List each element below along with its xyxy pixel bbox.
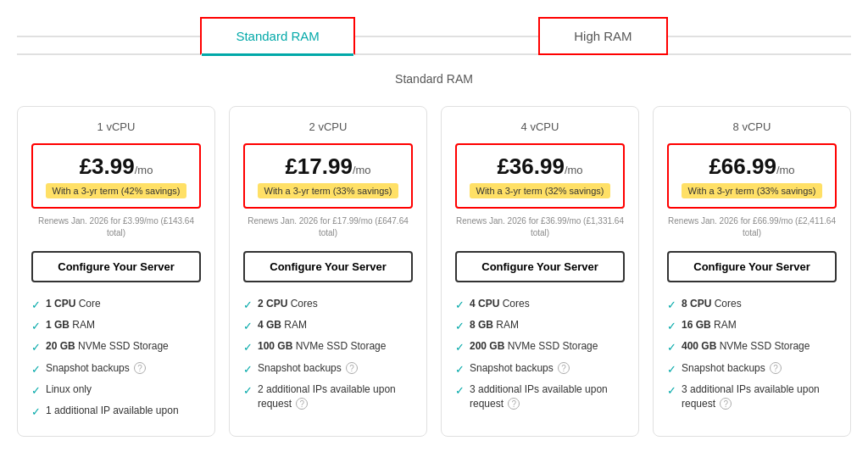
check-icon: ✓: [243, 362, 253, 377]
configure-btn-2[interactable]: Configure Your Server: [243, 251, 413, 282]
feature-list-4: ✓8 CPU Cores ✓16 GB RAM ✓400 GB NVMe SSD…: [667, 294, 837, 413]
help-icon[interactable]: ?: [558, 362, 570, 374]
feature-2-cpu: ✓2 CPU Cores: [243, 294, 413, 315]
feature-3-ip: ✓3 additional IPs available upon request…: [455, 380, 625, 414]
card-8vcpu: 8 vCPU £66.99/mo With a 3-yr term (33% s…: [653, 106, 851, 437]
check-icon: ✓: [31, 298, 41, 313]
check-icon: ✓: [667, 319, 676, 334]
price-main-3: £36.99/mo: [465, 153, 615, 180]
check-icon: ✓: [31, 383, 41, 399]
tab-row: Standard RAM High RAM: [17, 17, 851, 55]
savings-badge-3: With a 3-yr term (32% savings): [470, 183, 611, 198]
feature-2-ram: ✓4 GB RAM: [243, 315, 413, 337]
feature-1-snapshot: ✓Snapshot backups ?: [31, 359, 201, 380]
cpu-label-1: 1 vCPU: [31, 120, 201, 133]
feature-1-ip: ✓1 additional IP available upon: [31, 401, 201, 422]
price-main-2: £17.99/mo: [253, 153, 403, 180]
configure-btn-3[interactable]: Configure Your Server: [455, 251, 625, 282]
price-box-1: £3.99/mo With a 3-yr term (42% savings): [31, 143, 201, 209]
help-icon[interactable]: ?: [134, 362, 146, 374]
check-icon: ✓: [31, 319, 41, 334]
check-icon: ✓: [667, 383, 676, 399]
savings-badge-4: With a 3-yr term (33% savings): [682, 183, 823, 198]
renews-text-2: Renews Jan. 2026 for £17.99/mo (£647.64 …: [243, 215, 413, 239]
check-icon: ✓: [455, 319, 465, 334]
check-icon: ✓: [243, 383, 253, 399]
price-box-3: £36.99/mo With a 3-yr term (32% savings): [455, 143, 625, 209]
feature-2-ip: ✓2 additional IPs available upon request…: [243, 380, 413, 414]
feature-4-ram: ✓16 GB RAM: [667, 315, 837, 337]
tab-divider-middle: [355, 36, 538, 37]
feature-2-snapshot: ✓Snapshot backups ?: [243, 359, 413, 380]
check-icon: ✓: [455, 383, 465, 399]
cpu-label-4: 8 vCPU: [667, 120, 837, 133]
price-box-2: £17.99/mo With a 3-yr term (33% savings): [243, 143, 413, 209]
feature-4-storage: ✓400 GB NVMe SSD Storage: [667, 337, 837, 358]
feature-2-storage: ✓100 GB NVMe SSD Storage: [243, 337, 413, 358]
feature-3-ram: ✓8 GB RAM: [455, 315, 625, 337]
price-value-3: £36.99: [497, 153, 565, 179]
check-icon: ✓: [455, 298, 465, 313]
feature-list-3: ✓4 CPU Cores ✓8 GB RAM ✓200 GB NVMe SSD …: [455, 294, 625, 413]
configure-btn-4[interactable]: Configure Your Server: [667, 251, 837, 282]
feature-1-cpu: ✓1 CPU Core: [31, 294, 201, 315]
tab-standard-ram-label: Standard RAM: [236, 29, 319, 43]
renews-text-4: Renews Jan. 2026 for £66.99/mo (£2,411.6…: [667, 215, 837, 239]
section-label: Standard RAM: [17, 72, 851, 86]
cards-container: 1 vCPU £3.99/mo With a 3-yr term (42% sa…: [17, 106, 851, 437]
check-icon: ✓: [243, 298, 253, 313]
cpu-label-3: 4 vCPU: [455, 120, 625, 133]
feature-4-ip: ✓3 additional IPs available upon request…: [667, 380, 837, 414]
help-icon[interactable]: ?: [770, 362, 782, 374]
check-icon: ✓: [243, 319, 253, 334]
per-mo-1: /mo: [135, 164, 153, 176]
tab-standard-ram[interactable]: Standard RAM: [200, 17, 354, 55]
check-icon: ✓: [455, 340, 465, 355]
savings-badge-1: With a 3-yr term (42% savings): [46, 183, 187, 198]
card-4vcpu: 4 vCPU £36.99/mo With a 3-yr term (32% s…: [441, 106, 639, 437]
check-icon: ✓: [455, 362, 465, 377]
tab-high-ram[interactable]: High RAM: [538, 17, 667, 55]
feature-3-snapshot: ✓Snapshot backups ?: [455, 359, 625, 380]
help-icon[interactable]: ?: [346, 362, 358, 374]
savings-badge-2: With a 3-yr term (33% savings): [258, 183, 399, 198]
help-icon[interactable]: ?: [508, 398, 520, 410]
help-icon[interactable]: ?: [296, 398, 308, 410]
feature-1-ram: ✓1 GB RAM: [31, 315, 201, 337]
feature-1-linux: ✓Linux only: [31, 380, 201, 401]
per-mo-2: /mo: [353, 164, 371, 176]
feature-4-cpu: ✓8 CPU Cores: [667, 294, 837, 315]
check-icon: ✓: [31, 362, 41, 377]
check-icon: ✓: [667, 340, 676, 355]
check-icon: ✓: [31, 340, 41, 355]
renews-text-3: Renews Jan. 2026 for £36.99/mo (£1,331.6…: [455, 215, 625, 239]
per-mo-3: /mo: [565, 164, 583, 176]
check-icon: ✓: [667, 362, 676, 377]
feature-list-1: ✓1 CPU Core ✓1 GB RAM ✓20 GB NVMe SSD St…: [31, 294, 201, 422]
feature-list-2: ✓2 CPU Cores ✓4 GB RAM ✓100 GB NVMe SSD …: [243, 294, 413, 413]
tab-divider-left: [17, 36, 200, 37]
price-value-2: £17.99: [285, 153, 353, 179]
configure-btn-1[interactable]: Configure Your Server: [31, 251, 201, 282]
card-2vcpu: 2 vCPU £17.99/mo With a 3-yr term (33% s…: [229, 106, 427, 437]
check-icon: ✓: [31, 405, 41, 420]
check-icon: ✓: [243, 340, 253, 355]
price-main-4: £66.99/mo: [677, 153, 826, 180]
tab-divider-right: [668, 36, 851, 37]
renews-text-1: Renews Jan. 2026 for £3.99/mo (£143.64 t…: [31, 215, 201, 239]
feature-3-cpu: ✓4 CPU Cores: [455, 294, 625, 315]
tab-high-ram-label: High RAM: [574, 29, 632, 43]
help-icon[interactable]: ?: [720, 398, 732, 410]
check-icon: ✓: [667, 298, 676, 313]
price-value-1: £3.99: [80, 153, 135, 179]
price-box-4: £66.99/mo With a 3-yr term (33% savings): [667, 143, 837, 209]
card-1vcpu: 1 vCPU £3.99/mo With a 3-yr term (42% sa…: [17, 106, 215, 437]
feature-1-storage: ✓20 GB NVMe SSD Storage: [31, 337, 201, 358]
per-mo-4: /mo: [776, 164, 795, 176]
feature-4-snapshot: ✓Snapshot backups ?: [667, 359, 837, 380]
cpu-label-2: 2 vCPU: [243, 120, 413, 133]
price-main-1: £3.99/mo: [42, 153, 191, 180]
feature-3-storage: ✓200 GB NVMe SSD Storage: [455, 337, 625, 358]
price-value-4: £66.99: [709, 153, 776, 179]
